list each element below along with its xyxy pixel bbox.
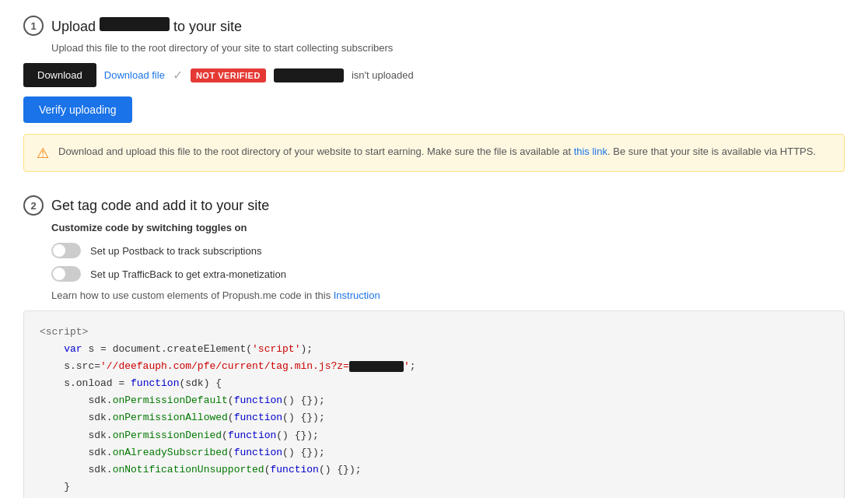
postback-toggle-row: Set up Postback to track subscriptions <box>51 243 845 258</box>
code-line-2: var s = document.createElement('script')… <box>40 341 828 358</box>
code-line-10: } <box>40 479 828 496</box>
check-icon: ✓ <box>173 68 183 82</box>
code-block: <script> var s = document.createElement(… <box>23 310 845 498</box>
redacted-filename <box>100 17 170 31</box>
customize-label: Customize code by switching toggles on <box>51 222 845 233</box>
code-line-8: sdk.onAlreadySubscribed(function() {}); <box>40 444 828 461</box>
section1-header: 1 Upload to your site <box>23 16 845 36</box>
instruction-text: Learn how to use custom elements of Prop… <box>51 289 845 301</box>
trafficback-toggle-row: Set up TrafficBack to get extra-monetiza… <box>51 266 845 282</box>
warning-box: ⚠ Download and upload this file to the r… <box>23 134 845 172</box>
step1-circle: 1 <box>23 16 44 36</box>
section2-title: Get tag code and add it to your site <box>51 198 269 214</box>
postback-toggle[interactable] <box>51 243 81 258</box>
code-line-9: sdk.onNotificationUnsupported(function()… <box>40 461 828 479</box>
download-file-link[interactable]: Download file <box>104 69 165 81</box>
code-line-6: sdk.onPermissionAllowed(function() {}); <box>40 409 828 426</box>
section2-header: 2 Get tag code and add it to your site <box>23 195 845 216</box>
warning-icon: ⚠ <box>37 145 49 162</box>
page-content: 1 Upload to your site Upload this file t… <box>0 0 868 498</box>
section1-subtitle: Upload this file to the root directory o… <box>51 42 845 54</box>
code-line-1: <script> <box>40 324 828 341</box>
code-line-3: s.src='//deefauph.com/pfe/current/tag.mi… <box>40 358 828 375</box>
section-tag-code: 2 Get tag code and add it to your site C… <box>23 195 845 498</box>
section-upload: 1 Upload to your site Upload this file t… <box>23 16 845 172</box>
instruction-link[interactable]: Instruction <box>334 289 380 301</box>
trafficback-toggle[interactable] <box>51 266 81 282</box>
not-verified-badge: NOT VERIFIED <box>191 68 266 82</box>
trafficback-label: Set up TrafficBack to get extra-monetiza… <box>90 268 286 280</box>
section1-title: Upload to your site <box>51 17 242 35</box>
code-line-5: sdk.onPermissionDefault(function() {}); <box>40 392 828 409</box>
download-button[interactable]: Download <box>23 63 96 87</box>
warning-text: Download and upload this file to the roo… <box>58 144 816 160</box>
redacted-filename2 <box>274 68 344 82</box>
this-link[interactable]: this link <box>574 146 607 157</box>
code-line-7: sdk.onPermissionDenied(function() {}); <box>40 427 828 444</box>
upload-controls: Download Download file ✓ NOT VERIFIED is… <box>23 63 845 87</box>
verify-uploading-button[interactable]: Verify uploading <box>23 96 132 123</box>
step2-circle: 2 <box>23 195 44 216</box>
postback-label: Set up Postback to track subscriptions <box>90 245 261 257</box>
code-line-4: s.onload = function(sdk) { <box>40 375 828 392</box>
not-uploaded-text: isn't uploaded <box>352 69 414 81</box>
